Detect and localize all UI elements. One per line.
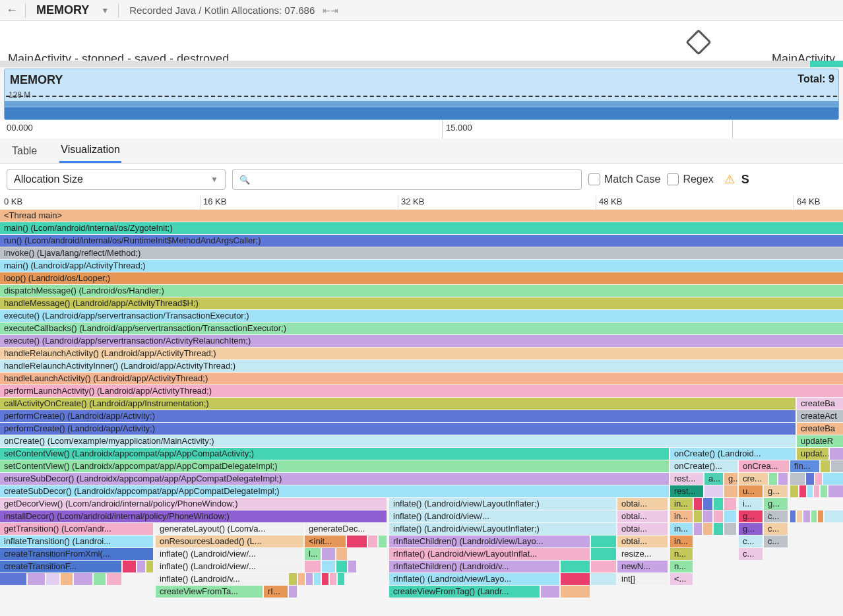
flame-bar[interactable]: getTransition() (Lcom/andr... [0,523,153,535]
flame-bar[interactable]: resize... [617,548,668,560]
flame-bar[interactable] [289,573,297,585]
flame-bar[interactable] [28,573,45,585]
flame-bar[interactable] [137,561,145,572]
flame-bar[interactable] [107,573,121,585]
flame-bar[interactable] [146,561,153,572]
flame-bar[interactable]: setContentView() (Landroidx/appcompat/ap… [0,460,669,472]
flame-bar[interactable] [61,573,73,585]
flame-bar[interactable]: loop() (Landroid/os/Looper;) [0,272,843,284]
expand-icon[interactable]: ⇤⇥ [323,5,338,16]
flame-bar[interactable]: handleLaunchActivity() (Landroid/app/Act… [0,373,843,385]
flame-bar[interactable] [322,561,335,572]
flame-bar[interactable]: onCreate() (Landroid... [670,448,796,460]
flame-bar[interactable] [724,523,736,535]
flame-bar[interactable]: onResourcesLoaded() (L... [156,536,303,547]
flame-bar[interactable] [348,561,356,572]
flame-bar[interactable] [74,573,92,585]
profiler-dropdown-label[interactable]: MEMORY [31,3,94,17]
flame-bar[interactable]: updat... [797,448,828,460]
flame-bar[interactable] [314,573,321,585]
flame-bar[interactable]: createTransitionF... [0,561,121,572]
flame-bar[interactable]: main() (Lcom/android/internal/os/ZygoteI… [0,222,843,234]
flame-bar[interactable]: obtai... [617,510,668,522]
flame-bar[interactable]: int[] [617,573,668,585]
flame-bar[interactable]: createBa [797,423,843,435]
flame-bar[interactable]: c... [764,510,788,522]
flame-bar[interactable] [714,498,723,510]
timeline-axis[interactable]: 00.000 15.000 [0,120,843,139]
flame-bar[interactable] [305,561,321,572]
flame-bar[interactable]: handleRelaunchActivityInner() (Landroid/… [0,360,843,372]
flame-bar[interactable] [724,485,737,497]
flame-bar[interactable] [703,498,712,510]
flame-bar[interactable] [306,573,313,585]
flame-bar[interactable] [379,536,387,547]
flame-bar[interactable]: execute() (Landroid/app/servertransactio… [0,335,843,347]
flame-bar[interactable]: in... [670,523,693,535]
flame-bar[interactable] [561,573,590,585]
flame-bar[interactable]: rInflate() (Landroid/view/Layo... [389,573,559,585]
flame-bar[interactable] [322,548,335,560]
flame-bar[interactable]: ensureSubDecor() (Landroidx/appcompat/ap… [0,473,669,485]
flame-bar[interactable] [94,573,106,585]
flame-bar[interactable]: generateLayout() (Lcom/a... [156,523,303,535]
back-button[interactable]: ← [4,3,20,18]
flame-bar[interactable]: in... [670,536,693,547]
flame-bar[interactable]: createViewFromTa... [156,586,263,598]
flame-bar[interactable]: n... [670,561,693,572]
flame-bar[interactable]: i... [739,498,763,510]
flame-bar[interactable] [825,510,843,522]
flame-bar[interactable] [806,473,814,485]
flame-bar[interactable] [714,523,723,535]
flame-bar[interactable] [322,573,328,585]
flame-bar[interactable]: installDecor() (Lcom/android/internal/po… [0,510,387,522]
flame-bar[interactable] [821,460,830,472]
flame-bar[interactable]: onCrea... [739,460,789,472]
flame-bar[interactable]: createTransitionFromXml(... [0,548,153,560]
flame-bar[interactable] [778,473,788,485]
flame-bar[interactable]: handleRelaunchActivity() (Landroid/app/A… [0,348,843,359]
flame-bar[interactable] [336,561,347,572]
flame-bar[interactable]: in... [670,498,693,510]
flame-bar[interactable] [330,573,336,585]
flame-bar[interactable] [703,523,712,535]
flame-bar[interactable]: c... [739,548,763,560]
flame-bar[interactable] [298,573,305,585]
flame-bar[interactable]: <... [670,573,693,585]
regex-checkbox[interactable]: Regex [667,173,713,185]
flame-bar[interactable] [724,498,736,510]
flame-bar[interactable]: rest... [670,485,703,497]
flame-bar[interactable]: <Thread main> [0,210,843,222]
flame-bar[interactable] [818,510,823,522]
sort-select[interactable]: Allocation Size ▼ [7,169,226,190]
gc-event-icon[interactable] [685,29,712,55]
flame-bar[interactable]: execute() (Landroid/app/servertransactio… [0,310,843,322]
flame-bar[interactable]: g... [739,523,763,535]
flame-bar[interactable]: c... [739,536,763,547]
search-box[interactable]: 🔍 [232,169,582,190]
flame-bar[interactable] [790,485,798,497]
flame-bar[interactable]: executeCallbacks() (Landroid/app/servert… [0,323,843,334]
flame-bar[interactable]: onCreate() (Lcom/example/myapplication/M… [0,435,796,447]
flame-bar[interactable]: onCreate()... [670,460,737,472]
flame-bar[interactable]: l... [305,548,321,560]
flame-bar[interactable]: dispatchMessage() (Landroid/os/Handler;) [0,285,843,297]
flame-bar[interactable] [790,473,805,485]
flame-chart[interactable]: <Thread main>main() (Lcom/android/intern… [0,210,843,598]
flame-bar[interactable] [803,510,810,522]
flame-bar[interactable]: inflate() (Landroid/view/... [156,548,303,560]
flame-bar[interactable]: obtai... [617,498,668,510]
flame-bar[interactable] [591,561,616,572]
flame-bar[interactable] [368,536,377,547]
flame-bar[interactable]: inflateTransition() (Landroi... [0,536,153,547]
flame-bar[interactable] [541,586,559,598]
flame-bar[interactable]: u... [739,485,763,497]
tab-table[interactable]: Table [11,140,38,162]
flame-bar[interactable]: main() (Landroid/app/ActivityThread;) [0,260,843,272]
flame-bar[interactable] [123,561,136,572]
flame-bar[interactable]: obtai... [617,523,668,535]
flame-bar[interactable] [790,510,796,522]
flame-bar[interactable] [821,485,827,497]
flame-bar[interactable]: a... [704,473,723,485]
dropdown-icon[interactable]: ▼ [97,6,113,15]
